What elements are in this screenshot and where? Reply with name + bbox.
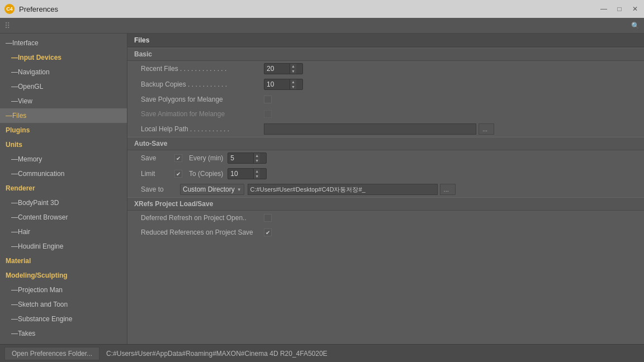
save-animation-row: Save Animation for Melange <box>127 107 644 121</box>
sidebar-item-takes[interactable]: —Takes <box>0 326 127 341</box>
content-panel: Files Basic Recent Files . . . . . . . .… <box>127 34 644 344</box>
save-polygons-row: Save Polygons for Melange <box>127 92 644 107</box>
sidebar-item-content-browser[interactable]: —Content Browser <box>0 210 127 225</box>
to-copies-up[interactable]: ▲ <box>254 169 260 174</box>
save-to-dropdown-arrow: ▼ <box>237 187 242 192</box>
deferred-refresh-row: Deferred Refresh on Project Open.. <box>127 211 644 225</box>
grip-icon: ⠿ <box>4 21 10 30</box>
to-copies-down[interactable]: ▼ <box>254 174 260 179</box>
content-main-header: Files <box>127 34 644 47</box>
reduced-references-row: Reduced References on Project Save ✔ <box>127 225 644 240</box>
local-help-browse-button[interactable]: ... <box>479 123 494 135</box>
sidebar-item-communication[interactable]: —Communication <box>0 166 127 181</box>
recent-files-label: Recent Files . . . . . . . . . . . . . <box>141 65 264 73</box>
maximize-button[interactable]: □ <box>615 4 624 13</box>
backup-copies-row: Backup Copies . . . . . . . . . . . ▲ ▼ <box>127 77 644 92</box>
sidebar-item-navigation[interactable]: —Navigation <box>0 65 127 79</box>
save-to-dropdown-text: Custom Directory <box>183 185 235 193</box>
reduced-references-label: Reduced References on Project Save <box>141 228 264 236</box>
autosave-limit-check: ✔ <box>176 171 181 177</box>
to-copies-arrows[interactable]: ▲ ▼ <box>253 169 260 179</box>
deferred-refresh-checkbox[interactable] <box>264 214 272 222</box>
to-copies-value[interactable] <box>228 170 253 178</box>
sidebar-item-modeling-sculpting[interactable]: Modeling/Sculpting <box>0 268 127 283</box>
local-help-label: Local Help Path . . . . . . . . . . . <box>141 125 264 133</box>
autosave-save-checkbox[interactable]: ✔ <box>174 154 182 162</box>
save-to-dropdown[interactable]: Custom Directory ▼ <box>180 184 244 195</box>
reduced-references-checkbox[interactable]: ✔ <box>264 228 272 236</box>
sidebar-item-houdini-engine[interactable]: —Houdini Engine <box>0 239 127 254</box>
sidebar-item-substance-engine[interactable]: —Substance Engine <box>0 312 127 326</box>
reduced-references-check: ✔ <box>266 230 270 236</box>
save-animation-label: Save Animation for Melange <box>141 110 264 118</box>
recent-files-down[interactable]: ▼ <box>290 69 296 74</box>
sidebar-item-plugins[interactable]: Plugins <box>0 123 127 137</box>
local-help-path-row: ... <box>264 123 631 135</box>
save-animation-checkbox[interactable] <box>264 110 272 118</box>
save-polygons-label: Save Polygons for Melange <box>141 96 264 103</box>
backup-copies-down[interactable]: ▼ <box>290 84 296 89</box>
every-min-input[interactable]: ▲ ▼ <box>228 153 267 164</box>
sidebar-item-units[interactable]: Units <box>0 137 127 152</box>
window-controls[interactable]: — □ ✕ <box>599 4 640 13</box>
search-icon[interactable]: 🔍 <box>631 22 640 30</box>
minimize-button[interactable]: — <box>599 4 608 13</box>
recent-files-arrows[interactable]: ▲ ▼ <box>290 64 296 74</box>
every-min-up[interactable]: ▲ <box>254 153 260 158</box>
every-min-label: Every (min) <box>189 154 223 162</box>
local-help-row: Local Help Path . . . . . . . . . . . ..… <box>127 121 644 137</box>
sidebar-item-view[interactable]: —View <box>0 94 127 108</box>
window-title: Preferences <box>19 5 599 13</box>
recent-files-input[interactable]: ▲ ▼ <box>264 63 303 74</box>
every-min-value[interactable] <box>228 154 253 162</box>
sidebar-item-projection-man[interactable]: —Projection Man <box>0 283 127 297</box>
sidebar-item-hair[interactable]: —Hair <box>0 225 127 239</box>
deferred-refresh-label: Deferred Refresh on Project Open.. <box>141 214 264 222</box>
backup-copies-value[interactable] <box>264 80 290 88</box>
sidebar-item-input-devices[interactable]: —Input Devices <box>0 50 127 65</box>
auto-save-section-header: Auto-Save <box>127 137 644 150</box>
recent-files-row: Recent Files . . . . . . . . . . . . . ▲… <box>127 61 644 77</box>
save-to-label: Save to <box>141 185 180 193</box>
autosave-limit-label: Limit <box>141 170 174 178</box>
sidebar-item-files[interactable]: —Files <box>0 108 127 123</box>
sidebar-item-material[interactable]: Material <box>0 254 127 268</box>
app-icon: C4 <box>4 4 15 14</box>
main-layout: —Interface—Input Devices—Navigation—Open… <box>0 34 644 344</box>
sidebar-item-memory[interactable]: —Memory <box>0 152 127 166</box>
autosave-save-check: ✔ <box>176 155 181 161</box>
sidebar: —Interface—Input Devices—Navigation—Open… <box>0 34 127 344</box>
autosave-limit-row: Limit ✔ To (Copies) ▲ ▼ <box>127 166 644 182</box>
preferences-path: C:#Users#User#AppData#Roaming#MAXON#Cine… <box>100 350 334 358</box>
autosave-save-row: Save ✔ Every (min) ▲ ▼ <box>127 150 644 166</box>
sidebar-item-interface[interactable]: —Interface <box>0 36 127 50</box>
toolbar: ⠿ 🔍 <box>0 18 644 34</box>
sidebar-item-sketch-and-toon[interactable]: —Sketch and Toon <box>0 297 127 312</box>
save-to-row: Save to Custom Directory ▼ ... <box>127 182 644 197</box>
close-button[interactable]: ✕ <box>631 4 640 13</box>
every-min-arrows[interactable]: ▲ ▼ <box>253 153 260 163</box>
recent-files-value[interactable] <box>264 65 290 73</box>
backup-copies-up[interactable]: ▲ <box>290 79 296 84</box>
to-copies-input[interactable]: ▲ ▼ <box>228 168 267 179</box>
recent-files-up[interactable]: ▲ <box>290 64 296 69</box>
autosave-limit-checkbox[interactable]: ✔ <box>174 170 182 178</box>
backup-copies-label: Backup Copies . . . . . . . . . . . <box>141 80 264 88</box>
backup-copies-input[interactable]: ▲ ▼ <box>264 79 303 90</box>
save-to-path-input[interactable] <box>248 184 438 195</box>
sidebar-item-bodypaint-3d[interactable]: —BodyPaint 3D <box>0 196 127 210</box>
save-to-browse-button[interactable]: ... <box>440 184 456 195</box>
backup-copies-arrows[interactable]: ▲ ▼ <box>290 79 296 89</box>
xrefs-section-header: XRefs Project Load/Save <box>127 197 644 211</box>
to-copies-label: To (Copies) <box>189 170 223 178</box>
open-preferences-folder-button[interactable]: Open Preferences Folder... <box>4 347 100 360</box>
local-help-path-input[interactable] <box>264 123 476 135</box>
sidebar-item-renderer[interactable]: Renderer <box>0 181 127 196</box>
sidebar-item-timeline-spline-gadget[interactable]: —Timeline/Spline Gadget <box>0 341 127 344</box>
every-min-down[interactable]: ▼ <box>254 158 260 163</box>
bottom-bar: Open Preferences Folder... C:#Users#User… <box>0 344 644 362</box>
autosave-save-label: Save <box>141 154 174 162</box>
save-polygons-checkbox[interactable] <box>264 96 272 103</box>
sidebar-item-opengl[interactable]: —OpenGL <box>0 79 127 94</box>
basic-section-header: Basic <box>127 47 644 61</box>
